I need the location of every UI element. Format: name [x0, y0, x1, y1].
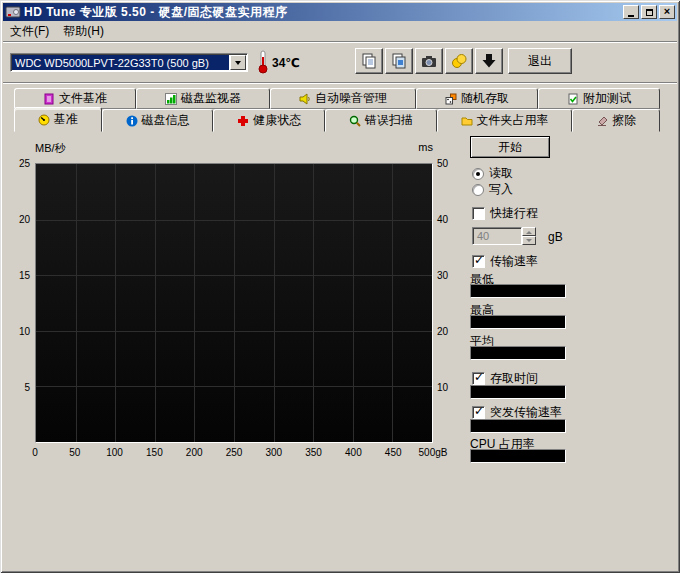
transfer-rate-label: 传输速率 [490, 253, 538, 270]
tab-random-access[interactable]: 随机存取 [416, 88, 538, 109]
y-tick-label: 30 [437, 270, 448, 281]
tab-folder-usage[interactable]: 文件夹占用率 [437, 109, 573, 132]
tab-disk-monitor[interactable]: 磁盘监视器 [136, 88, 270, 109]
start-button[interactable]: 开始 [470, 136, 550, 158]
y-axis-right-labels: 5040302010 [437, 163, 461, 443]
minimize-icon [628, 15, 634, 17]
x-tick-label: 400 [345, 447, 362, 458]
minimize-button[interactable] [623, 5, 639, 19]
tab-label: 基准 [54, 111, 78, 128]
download-button[interactable] [475, 48, 503, 74]
drive-select-dropdown-button[interactable] [230, 55, 246, 70]
gridline [234, 164, 235, 442]
close-icon: × [664, 6, 670, 17]
y-tick-label: 10 [19, 326, 30, 337]
access-time-checkbox[interactable] [472, 372, 485, 385]
short-stroke-checkbox[interactable] [472, 207, 485, 220]
menu-help[interactable]: 帮助(H) [56, 21, 111, 42]
x-tick-label: 450 [385, 447, 402, 458]
menu-file[interactable]: 文件(F) [3, 21, 56, 42]
x-tick-label: 350 [305, 447, 322, 458]
short-stroke-spin-up[interactable] [522, 227, 536, 236]
tab-error-scan[interactable]: 错误扫描 [325, 109, 437, 132]
read-radio[interactable] [472, 168, 484, 180]
gridline [194, 164, 195, 442]
gridline [36, 220, 432, 221]
disk-monitor-icon [165, 93, 177, 105]
short-stroke-stepper [522, 227, 536, 245]
app-icon [5, 4, 21, 20]
y-tick-label: 15 [19, 270, 30, 281]
gridline [36, 386, 432, 387]
benchmark-icon [38, 114, 50, 126]
copy-image-button[interactable] [385, 48, 413, 74]
burst-rate-checkbox[interactable] [472, 406, 485, 419]
copy-text-button[interactable] [355, 48, 383, 74]
gridline [313, 164, 314, 442]
transfer-rate-checkbox[interactable] [472, 255, 485, 268]
tab-health-status[interactable]: 健康状态 [213, 109, 325, 132]
disk-info-icon [126, 115, 138, 127]
transfer-rate-row[interactable]: 传输速率 [472, 253, 538, 270]
max-value-box [470, 315, 566, 329]
tab-label: 文件基准 [59, 90, 107, 107]
x-tick-label: 50 [69, 447, 80, 458]
y-axis-right-title: ms [400, 141, 433, 153]
write-radio[interactable] [472, 184, 484, 196]
random-access-icon [445, 93, 457, 105]
menubar: 文件(F) 帮助(H) [3, 22, 677, 41]
y-tick-label: 5 [24, 382, 30, 393]
chevron-up-icon [526, 228, 532, 234]
y-tick-label: 50 [437, 158, 448, 169]
tab-label: 健康状态 [253, 112, 301, 129]
tab-label: 附加测试 [583, 90, 631, 107]
chevron-down-icon [235, 61, 241, 68]
temperature-value: 34℃ [272, 56, 300, 70]
thermometer-icon [257, 50, 269, 78]
read-radio-label: 读取 [489, 165, 513, 182]
tab-label: 擦除 [612, 112, 636, 129]
gridline [76, 164, 77, 442]
short-stroke-row[interactable]: 快捷行程 [472, 205, 538, 222]
maximize-button[interactable] [641, 5, 657, 19]
plot-area [35, 163, 433, 443]
screenshot-button[interactable] [415, 48, 443, 74]
read-radio-row[interactable]: 读取 [472, 165, 513, 182]
gridline [274, 164, 275, 442]
y-tick-label: 20 [437, 326, 448, 337]
tab-noise-management[interactable]: 自动噪音管理 [270, 88, 416, 109]
tab-extra-tests[interactable]: 附加测试 [538, 88, 660, 109]
x-tick-label: 500gB [419, 447, 448, 458]
tab-row-primary: 基准 磁盘信息 健康状态 错误扫描 文件夹占用率 擦除 [14, 109, 660, 132]
gridline [155, 164, 156, 442]
x-tick-label: 0 [32, 447, 38, 458]
titlebar[interactable]: HD Tune 专业版 5.50 - 硬盘/固态硬盘实用程序 × [3, 3, 677, 21]
noise-management-icon [299, 93, 311, 105]
export-button[interactable] [445, 48, 473, 74]
camera-icon [421, 53, 437, 69]
exit-button[interactable]: 退出 [508, 48, 572, 74]
drive-select-value: WDC WD5000LPVT-22G33T0 (500 gB) [12, 55, 229, 70]
tab-label: 随机存取 [461, 90, 509, 107]
drive-select[interactable]: WDC WD5000LPVT-22G33T0 (500 gB) [10, 53, 248, 72]
window-title: HD Tune 专业版 5.50 - 硬盘/固态硬盘实用程序 [24, 4, 287, 21]
tab-erase[interactable]: 擦除 [572, 109, 660, 132]
short-stroke-value[interactable]: 40 [472, 227, 522, 245]
separator [3, 82, 677, 84]
short-stroke-label: 快捷行程 [490, 205, 538, 222]
toolbar: WDC WD5000LPVT-22G33T0 (500 gB) 34℃ 退出 [3, 44, 677, 81]
tab-disk-info[interactable]: 磁盘信息 [102, 109, 214, 132]
tab-benchmark[interactable]: 基准 [14, 107, 102, 132]
close-button[interactable]: × [659, 5, 675, 19]
y-tick-label: 20 [19, 214, 30, 225]
tab-label: 磁盘信息 [142, 112, 190, 129]
maximize-icon [646, 9, 653, 16]
short-stroke-unit: gB [548, 230, 563, 244]
x-tick-label: 150 [146, 447, 163, 458]
tab-file-benchmark[interactable]: 文件基准 [14, 88, 136, 109]
y-axis-left-labels: 252015105 [4, 163, 32, 443]
write-radio-row[interactable]: 写入 [472, 181, 513, 198]
gridline [392, 164, 393, 442]
x-tick-label: 200 [186, 447, 203, 458]
short-stroke-spin-down[interactable] [522, 236, 536, 245]
